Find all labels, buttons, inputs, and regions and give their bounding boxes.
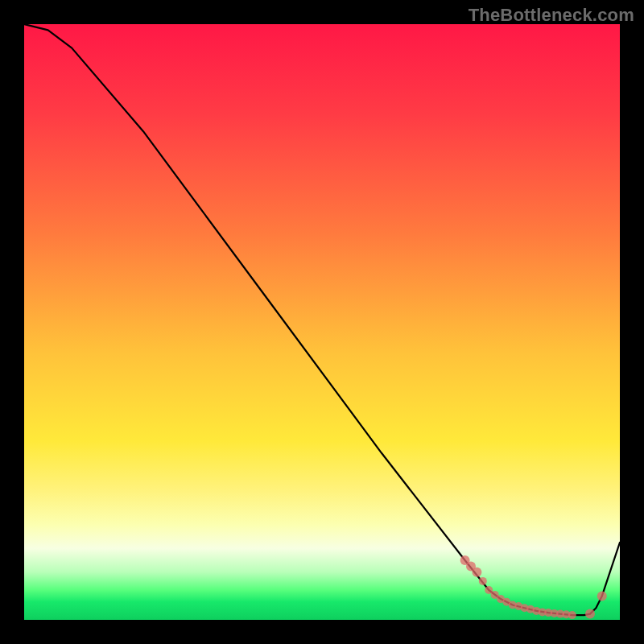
chart-svg — [24, 24, 620, 620]
watermark-text: TheBottleneck.com — [469, 5, 634, 26]
marker-dot — [472, 568, 481, 577]
marker-dot — [585, 609, 595, 619]
marker-dot — [597, 591, 607, 601]
marker-dot — [479, 577, 487, 585]
marker-dot — [568, 611, 576, 619]
chart-frame: TheBottleneck.com — [0, 0, 644, 644]
plateau-markers — [460, 555, 607, 619]
bottleneck-curve — [24, 24, 620, 615]
plot-area — [24, 24, 620, 620]
